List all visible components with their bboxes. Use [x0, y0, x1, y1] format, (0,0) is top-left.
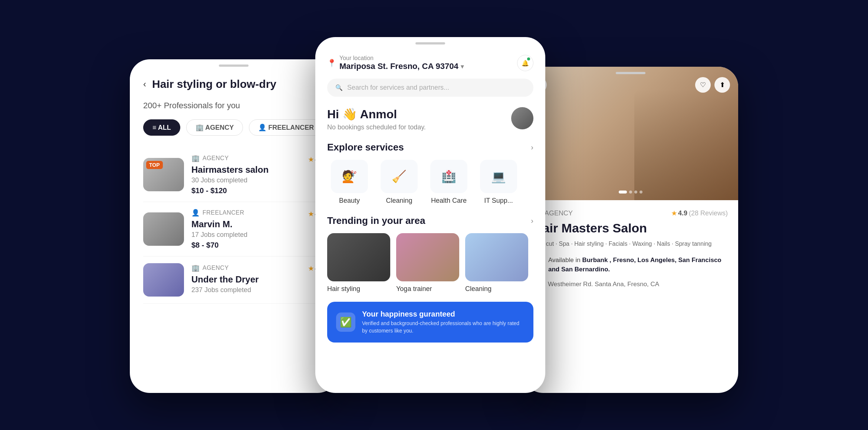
professionals-count: 200+ Professionals for you [143, 101, 324, 110]
provider-jobs-2: 237 Jobs completed [191, 286, 324, 294]
it-icon: 💻 [491, 169, 506, 183]
provider-name-2: Under the Dryer [191, 274, 324, 285]
cleaning-icon: 🧹 [392, 169, 407, 183]
location-label: Your location [339, 55, 464, 62]
availability-row: ✓ Available in Burbank , Fresno, Los Ang… [533, 255, 728, 274]
back-arrow-icon[interactable]: ‹ [143, 79, 146, 89]
provider-jobs-0: 30 Jobs completed [191, 176, 324, 184]
trending-title: Trending in your area [327, 215, 425, 226]
location-info: 📍 Your location Mariposa St. Fresno, CA … [327, 55, 464, 71]
explore-services-title: Explore services [327, 142, 404, 153]
salon-name: Hair Masters Salon [533, 221, 728, 235]
it-label: IT Supp... [484, 197, 513, 205]
hero-dots [619, 191, 642, 194]
greeting-row: Hi 👋 Anmol No bookings scheduled for tod… [327, 107, 533, 131]
availability-text: Available in Burbank , Fresno, Los Angel… [548, 255, 728, 274]
star-icon-0: ★ [308, 156, 313, 163]
trending-cleaning-image [465, 233, 528, 281]
notification-dot [527, 57, 530, 60]
provider-price-1: $8 - $70 [191, 241, 324, 249]
provider-info-2: 🏢 AGENCY Under the Dryer 237 Jobs comple… [191, 264, 324, 296]
service-cleaning[interactable]: 🧹 Cleaning [377, 160, 421, 205]
notification-bell-button[interactable]: 🔔 [517, 55, 533, 71]
provider-jobs-1: 17 Jobs completed [191, 231, 324, 239]
filter-agency[interactable]: 🏢 AGENCY [186, 119, 243, 136]
beauty-icon: 💇 [342, 169, 357, 183]
trending-hair-styling[interactable]: Hair styling [327, 233, 390, 293]
left-phone-title: Hair styling or blow-dry [152, 78, 276, 90]
hero-dot-2 [629, 191, 632, 194]
provider-image-2 [143, 263, 184, 297]
provider-name-1: Marvin M. [191, 219, 324, 229]
beauty-icon-box: 💇 [331, 160, 368, 193]
service-it[interactable]: 💻 IT Supp... [476, 160, 521, 205]
bell-icon: 🔔 [522, 60, 529, 67]
top-badge: TOP [146, 161, 163, 169]
trending-yoga-image [396, 233, 459, 281]
service-beauty[interactable]: 💇 Beauty [327, 160, 372, 205]
hero-dot-4 [640, 191, 642, 194]
provider-card-0[interactable]: TOP 🏢 AGENCY Hairmasters salon 30 Jobs c… [143, 148, 324, 202]
hero-dot-1 [619, 191, 627, 194]
greeting-sub: No bookings scheduled for today. [327, 123, 426, 131]
filter-freelancer[interactable]: 👤 FREELANCER [249, 119, 323, 136]
health-icon-box: 🏥 [430, 160, 467, 193]
provider-price-0: $10 - $120 [191, 186, 324, 195]
trending-header: Trending in your area › [327, 215, 533, 226]
trending-row: Hair styling Yoga trainer Cleaning [327, 233, 533, 293]
agency-icon-0: 🏢 [191, 154, 200, 162]
filter-all-icon: ≡ [152, 124, 158, 131]
provider-card-1[interactable]: 👤 FREELANCER Marvin M. 17 Jobs completed… [143, 202, 324, 257]
provider-image-0: TOP [143, 158, 184, 191]
location-row: 📍 Your location Mariposa St. Fresno, CA … [327, 55, 533, 71]
hero-share-button[interactable]: ⬆ [714, 77, 730, 93]
salon-rating: ★ 4.9 (28 Reviews) [671, 209, 728, 217]
address-row: 📍 Westheimer Rd. Santa Ana, Fresno, CA [533, 280, 728, 289]
search-placeholder: Search for services and partners... [347, 84, 449, 92]
greeting-text: Hi 👋 Anmol [327, 107, 426, 121]
phone-notch-center [415, 42, 445, 44]
left-phone-header: ‹ Hair styling or blow-dry [143, 78, 324, 90]
search-icon: 🔍 [335, 84, 343, 91]
trending-cleaning-label: Cleaning [465, 285, 528, 293]
trending-yoga[interactable]: Yoga trainer [396, 233, 459, 293]
guarantee-banner: ✅ Your happiness guranteed Verified and … [327, 302, 533, 343]
location-value[interactable]: Mariposa St. Fresno, CA 93704 ▾ [339, 62, 464, 71]
it-icon-box: 💻 [480, 160, 517, 193]
filter-all[interactable]: ≡ ALL [143, 119, 180, 136]
agency-icon-2: 🏢 [191, 264, 200, 272]
filter-freelancer-icon: 👤 [258, 124, 268, 131]
provider-card-2[interactable]: 🏢 AGENCY Under the Dryer 237 Jobs comple… [143, 257, 324, 304]
salon-hero-image: ‹ ♡ ⬆ [523, 67, 738, 200]
hero-dot-3 [634, 191, 637, 194]
trending-hair-image [327, 233, 390, 281]
filter-agency-icon: 🏢 [195, 124, 205, 131]
salon-hero-nav: ‹ ♡ ⬆ [523, 77, 738, 93]
explore-services-arrow[interactable]: › [531, 143, 533, 152]
phone-left: ‹ Hair styling or blow-dry 200+ Professi… [130, 59, 338, 393]
checkmark-icon: ✅ [340, 317, 352, 328]
chevron-down-icon: ▾ [461, 63, 464, 70]
provider-image-1 [143, 212, 184, 246]
phone-notch-right [616, 72, 645, 74]
star-icon-2: ★ [308, 265, 313, 272]
salon-details: 🏢 AGENCY ★ 4.9 (28 Reviews) Hair Masters… [523, 200, 738, 298]
guarantee-title: Your happiness guranteed [362, 310, 525, 318]
cleaning-label: Cleaning [386, 197, 412, 205]
trending-hair-label: Hair styling [327, 285, 390, 293]
phone-center: 📍 Your location Mariposa St. Fresno, CA … [315, 37, 545, 393]
service-health[interactable]: 🏥 Health Care [427, 160, 471, 205]
location-pin-icon: 📍 [327, 59, 336, 67]
search-bar[interactable]: 🔍 Search for services and partners... [327, 79, 533, 97]
salon-tags: Hair cut · Spa · Hair styling · Facials … [533, 239, 728, 249]
trending-arrow[interactable]: › [531, 216, 533, 225]
provider-name-0: Hairmasters salon [191, 165, 324, 175]
hero-favorite-button[interactable]: ♡ [695, 77, 711, 93]
phone-notch-left [219, 64, 249, 67]
services-row: 💇 Beauty 🧹 Cleaning 🏥 Health Care [327, 160, 533, 205]
trending-cleaning[interactable]: Cleaning [465, 233, 528, 293]
filter-row: ≡ ALL 🏢 AGENCY 👤 FREELANCER [143, 119, 324, 136]
beauty-label: Beauty [339, 197, 360, 205]
avatar [511, 107, 533, 129]
salon-star-icon: ★ [671, 210, 677, 217]
